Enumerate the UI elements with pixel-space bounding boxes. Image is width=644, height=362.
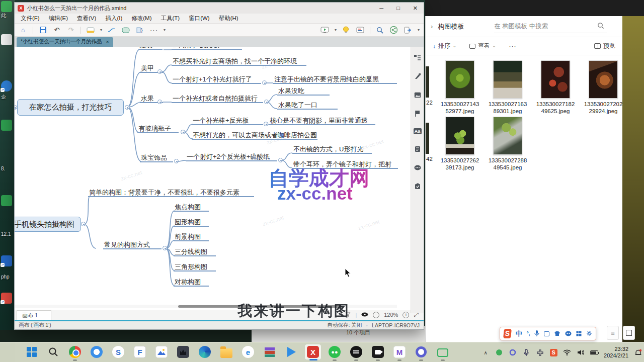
floating-window-button[interactable] bbox=[623, 326, 635, 340]
preview-toggle-button[interactable]: 预览 bbox=[594, 42, 615, 50]
collapse-handle[interactable] bbox=[125, 105, 129, 110]
redo-icon[interactable]: ↷ bbox=[66, 26, 75, 35]
search-icon[interactable] bbox=[597, 22, 604, 31]
desktop-icon-blue[interactable]: ↗ bbox=[1, 80, 12, 92]
minimize-button[interactable]: ─ bbox=[379, 5, 383, 12]
home-icon[interactable]: ⌂ bbox=[19, 26, 28, 35]
notes-icon[interactable] bbox=[414, 145, 421, 153]
photos-icon[interactable] bbox=[153, 344, 170, 360]
desktop-icon-green3[interactable] bbox=[1, 195, 12, 206]
mindmap-node-circle[interactable]: 圆形构图 bbox=[174, 217, 209, 227]
breadcrumb[interactable]: 构图模板 bbox=[438, 22, 464, 31]
insert-image-icon[interactable] bbox=[414, 91, 421, 99]
relationship-icon[interactable] bbox=[107, 26, 116, 35]
file-thumbnail-kiwi-still[interactable] bbox=[493, 60, 522, 99]
more-dropdown-icon[interactable]: ▾ bbox=[164, 28, 166, 32]
share-icon[interactable] bbox=[389, 26, 398, 35]
desktop-icon-php[interactable]: ↗ bbox=[1, 255, 12, 266]
file-thumbnail-pears[interactable] bbox=[493, 117, 522, 155]
mindmap-node-fruit-leaf1[interactable]: 水果没吃 bbox=[277, 86, 330, 96]
menu-tools[interactable]: 工具(T) bbox=[160, 15, 180, 22]
mindmap-node-nails-note[interactable]: 注意手出镜的不要背景用纯白的显黑 bbox=[273, 74, 397, 84]
canvas-tab[interactable]: 画布 1 bbox=[17, 310, 51, 320]
mindmap-node-nails-tip1[interactable]: 不想买补光灯去商场拍，找一个干净的环境 bbox=[172, 56, 306, 66]
tray-chevron-icon[interactable]: ∧ bbox=[481, 348, 490, 356]
file-thumbnail-drink[interactable] bbox=[589, 60, 618, 99]
collapse-handle[interactable] bbox=[278, 158, 283, 162]
document-tab[interactable]: *小红书怎么一天拍出一个月的作品 × bbox=[17, 37, 113, 47]
speaker-icon[interactable] bbox=[577, 348, 585, 356]
summary-icon[interactable]: } bbox=[135, 26, 144, 35]
honeyview-icon[interactable]: S bbox=[110, 344, 127, 360]
close-button[interactable]: ✕ bbox=[413, 5, 418, 12]
eye-icon[interactable] bbox=[361, 312, 368, 318]
menu-window[interactable]: 窗口(W) bbox=[189, 15, 210, 22]
taskbar-clock[interactable]: 23:32 2024/2/21 bbox=[604, 346, 628, 359]
menu-view[interactable]: 查看(V) bbox=[77, 15, 96, 22]
winrar-icon[interactable] bbox=[261, 344, 278, 360]
file-item[interactable]: 13353002718249625.jpeg bbox=[533, 60, 578, 115]
search-input[interactable] bbox=[494, 20, 607, 33]
ime-voice-icon[interactable] bbox=[534, 329, 539, 338]
collapse-handle[interactable] bbox=[163, 246, 167, 250]
chrome-icon[interactable] bbox=[66, 344, 84, 360]
ime-skin-icon[interactable] bbox=[554, 329, 560, 338]
undo-icon[interactable]: ↶ bbox=[52, 26, 61, 35]
quark-browser-icon[interactable] bbox=[88, 344, 105, 360]
ime-settings-icon[interactable] bbox=[586, 329, 592, 338]
wifi-icon[interactable] bbox=[563, 348, 571, 356]
ime-toolbox-icon[interactable] bbox=[576, 329, 582, 338]
task-checklist-icon[interactable] bbox=[414, 183, 421, 190]
sogou-logo-icon[interactable]: S bbox=[503, 329, 512, 338]
file-item[interactable]: 13353002720229924.jpeg bbox=[581, 60, 626, 115]
tray-sogou-icon[interactable]: S bbox=[549, 348, 557, 356]
mindmap-node-foreground[interactable]: 前景构图 bbox=[174, 232, 209, 241]
wechat-icon[interactable]: ●● bbox=[326, 344, 343, 360]
tray-wechat-icon[interactable] bbox=[495, 348, 503, 356]
document-tab-close-icon[interactable]: × bbox=[106, 39, 109, 45]
mindmap-root-composition[interactable]: 手机镜头拍摄构图 bbox=[15, 217, 81, 232]
collapse-handle[interactable] bbox=[157, 69, 162, 74]
tray-ring-icon[interactable] bbox=[509, 348, 517, 356]
menu-modify[interactable]: 修改(M) bbox=[131, 15, 151, 22]
mindmap-node-simple-composition[interactable]: 简单的构图：背景要干净，不要很乱，不要很多元素 bbox=[88, 188, 254, 197]
battery-icon[interactable] bbox=[590, 348, 598, 356]
title-bar[interactable]: X 小红书怎么一天拍出一个月的作品.xmind ─ □ ✕ bbox=[15, 3, 424, 14]
file-item[interactable]: 13353002714352977.jpeg bbox=[437, 60, 482, 115]
save-icon[interactable] bbox=[38, 26, 47, 35]
menu-file[interactable]: 文件(F) bbox=[21, 15, 40, 22]
meitu-icon[interactable]: M bbox=[391, 344, 408, 360]
mindmap-canvas[interactable]: zx-cc.net zx-cc.net zx-cc.net zx-cc.net … bbox=[15, 47, 424, 310]
file-thumbnail-apples[interactable] bbox=[445, 117, 474, 155]
mindmap-node-nails-tip2[interactable]: 一个射灯+1个补光灯就行了 bbox=[172, 74, 261, 84]
format-factory-icon[interactable]: F bbox=[131, 344, 148, 360]
mindmap-node-fruit-leaf2[interactable]: 水果吃了一口 bbox=[277, 100, 338, 110]
mindmap-node-triangle[interactable]: 三角形构图 bbox=[174, 262, 216, 272]
presentation-icon[interactable] bbox=[320, 26, 330, 35]
mindmap-node-clothing[interactable]: 服装 bbox=[138, 47, 163, 50]
zoom-search-icon[interactable] bbox=[375, 26, 384, 35]
zoom-level[interactable]: 120% bbox=[384, 312, 398, 318]
boundary-icon[interactable] bbox=[121, 26, 130, 35]
pitch-icon[interactable] bbox=[356, 26, 365, 35]
menu-insert[interactable]: 插入(I) bbox=[105, 15, 122, 22]
menu-edit[interactable]: 编辑(E) bbox=[49, 15, 68, 22]
desktop-icon-green[interactable] bbox=[1, 1, 12, 12]
collapse-handle[interactable] bbox=[181, 130, 185, 134]
cat-app-icon[interactable] bbox=[175, 344, 192, 360]
presentation-dropdown-icon[interactable]: ▾ bbox=[335, 28, 337, 32]
file-thumbnail-red-fruit[interactable] bbox=[541, 60, 570, 99]
tray-health-icon[interactable] bbox=[536, 348, 544, 356]
screen-recorder-icon[interactable] bbox=[369, 344, 386, 360]
export-dropdown-icon[interactable]: ▾ bbox=[418, 28, 420, 32]
xmind-taskbar-icon[interactable]: X bbox=[304, 344, 321, 360]
file-item[interactable]: 13353002728849545.jpeg bbox=[485, 117, 530, 171]
watermark-tool-icon[interactable] bbox=[348, 344, 365, 360]
view-button[interactable]: 查看 ⌄ bbox=[469, 42, 496, 50]
menu-help[interactable]: 帮助(H) bbox=[219, 15, 238, 22]
zoom-out-button[interactable]: − bbox=[373, 312, 379, 318]
mindmap-node-symmetry[interactable]: 对称构图 bbox=[174, 277, 209, 287]
file-explorer-icon[interactable] bbox=[218, 344, 235, 360]
mindmap-node-bottle-note[interactable]: 核心是不要有阴影，里面非常通透 bbox=[269, 116, 375, 125]
desktop-icon-green2[interactable] bbox=[1, 120, 12, 131]
